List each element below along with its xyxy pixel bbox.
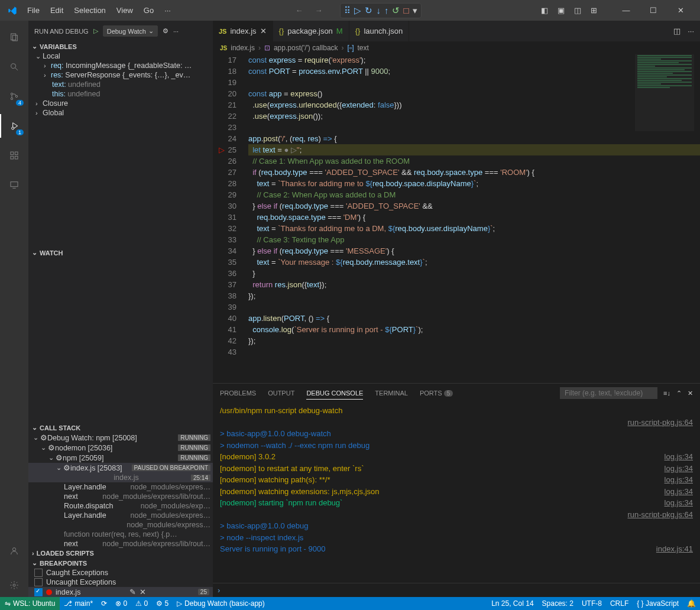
split-editor-icon[interactable]: ◫ <box>673 27 680 35</box>
step-over-icon[interactable]: ↻ <box>365 5 372 16</box>
stack-frame[interactable]: Layer.handlenode_modules/expres… <box>28 482 213 492</box>
var-text[interactable]: text: undefined <box>28 80 213 89</box>
status-errors[interactable]: ⊗ 0 <box>111 599 131 608</box>
stack-frame[interactable]: node_modules/express… <box>28 520 213 530</box>
status-eol[interactable]: CRLF <box>606 599 633 608</box>
menu-edit[interactable]: Edit <box>46 4 68 17</box>
panel-maximize-icon[interactable]: ⌃ <box>676 390 682 397</box>
drag-handle-icon[interactable]: ⠿ <box>344 5 351 16</box>
account-icon[interactable] <box>0 539 28 563</box>
debug-more-icon[interactable]: ▾ <box>413 5 417 16</box>
search-icon[interactable] <box>0 55 28 79</box>
status-sync[interactable]: ⟳ <box>97 599 111 608</box>
status-warnings[interactable]: ⚠ 0 <box>131 599 152 608</box>
section-watch[interactable]: ⌄WATCH <box>28 248 213 258</box>
console-filter-input[interactable] <box>560 387 657 399</box>
nav-forward-icon[interactable]: → <box>315 6 322 15</box>
bp-caught[interactable]: Caught Exceptions <box>28 568 213 577</box>
remove-icon[interactable]: ✕ <box>140 588 150 596</box>
panel-bottom-icon[interactable]: ▣ <box>558 6 565 15</box>
status-ports[interactable]: ⚙ 5 <box>152 599 173 608</box>
breadcrumb[interactable]: JS index.js › ⊡ app.post('/') callback ›… <box>213 41 700 54</box>
tab-package-json[interactable]: {} package.json M <box>273 21 349 41</box>
section-loaded[interactable]: ›LOADED SCRIPTS <box>28 549 213 558</box>
scope-local[interactable]: ⌄Local <box>28 51 213 61</box>
stack-frame[interactable]: index.js25:14 <box>28 473 213 482</box>
stack-frame[interactable]: ⌄ ⚙ nodemon [25036]RUNNING <box>28 443 213 453</box>
tab-launch-json[interactable]: {} launch.json <box>349 21 409 41</box>
menu-go[interactable]: Go <box>139 4 158 17</box>
minimap[interactable] <box>635 54 694 131</box>
stack-frame[interactable]: function router(req, res, next) {.p… <box>28 530 213 539</box>
close-window-button[interactable]: ✕ <box>667 0 694 21</box>
extensions-icon[interactable] <box>0 144 28 167</box>
explorer-icon[interactable] <box>0 25 28 49</box>
status-encoding[interactable]: UTF-8 <box>578 599 606 608</box>
settings-icon[interactable] <box>0 573 28 597</box>
panel-tab-output[interactable]: OUTPUT <box>268 387 294 399</box>
stack-frame[interactable]: ⌄ ⚙ npm [25059]RUNNING <box>28 453 213 463</box>
restart-icon[interactable]: ↺ <box>392 5 400 16</box>
run-debug-icon[interactable]: 1 <box>0 114 28 138</box>
panel-tab-problems[interactable]: PROBLEMS <box>220 387 256 399</box>
close-tab-icon[interactable]: ✕ <box>260 27 267 35</box>
console-settings-icon[interactable]: ≡↓ <box>663 390 670 397</box>
console-input[interactable]: › <box>213 583 700 597</box>
scm-badge: 4 <box>16 100 24 106</box>
section-variables[interactable]: ⌄VARIABLES <box>28 41 213 51</box>
nav-back-icon[interactable]: ← <box>295 6 303 15</box>
panel-close-icon[interactable]: ✕ <box>688 390 693 397</box>
menu-more[interactable]: ··· <box>160 4 176 17</box>
status-branch[interactable]: ⎇main* <box>60 599 97 608</box>
var-req[interactable]: ›req: IncomingMessage {_readableState: … <box>28 61 213 70</box>
menu-file[interactable]: File <box>22 4 44 17</box>
panel-right-icon[interactable]: ◫ <box>574 6 581 15</box>
scope-global[interactable]: ›Global <box>28 108 213 118</box>
stack-frame[interactable]: Route.dispatchnode_modules/exp… <box>28 501 213 511</box>
panel-tab-ports[interactable]: PORTS5 <box>420 387 453 399</box>
var-this[interactable]: this: undefined <box>28 89 213 99</box>
menu-view[interactable]: View <box>112 4 138 17</box>
more-icon[interactable]: ··· <box>173 28 179 35</box>
status-language[interactable]: { } JavaScript <box>633 599 683 608</box>
section-callstack[interactable]: ⌄CALL STACK <box>28 423 213 433</box>
editor-tabs: JS index.js ✕ {} package.json M {} launc… <box>213 21 700 41</box>
sidebar: RUN AND DEBUG ▷ Debug Watch⌄ ⚙ ··· ⌄VARI… <box>28 21 213 597</box>
panel-left-icon[interactable]: ◧ <box>541 6 548 15</box>
remote-explorer-icon[interactable] <box>0 173 28 197</box>
step-out-icon[interactable]: ↑ <box>384 5 389 16</box>
stack-frame[interactable]: ⌄ ⚙ index.js [25083]PAUSED ON BREAKPOINT <box>28 463 213 473</box>
scope-closure[interactable]: ›Closure <box>28 99 213 108</box>
editor-body[interactable]: 1718192021222324▷25262728293031323334353… <box>213 54 700 383</box>
continue-icon[interactable]: ▷ <box>354 5 361 16</box>
stop-icon[interactable]: □ <box>403 5 409 16</box>
bp-uncaught[interactable]: Uncaught Exceptions <box>28 577 213 587</box>
var-res[interactable]: ›res: ServerResponse {_events: {…}, _ev… <box>28 70 213 80</box>
debug-config-select[interactable]: Debug Watch⌄ <box>103 25 158 37</box>
tab-more-icon[interactable]: ··· <box>688 27 694 35</box>
stack-frame[interactable]: Layer.handlenode_modules/expres… <box>28 511 213 520</box>
minimize-button[interactable]: — <box>612 0 640 21</box>
status-debug-session[interactable]: ▷Debug Watch (basic-app) <box>173 599 269 608</box>
panel-tab-terminal[interactable]: TERMINAL <box>375 387 408 399</box>
status-cursor[interactable]: Ln 25, Col 14 <box>487 599 537 608</box>
maximize-button[interactable]: ☐ <box>640 0 667 21</box>
bp-file[interactable]: index.js ✎ ✕ 25 <box>28 587 213 597</box>
tab-index-js[interactable]: JS index.js ✕ <box>213 21 273 41</box>
step-into-icon[interactable]: ↓ <box>376 5 381 16</box>
status-spaces[interactable]: Spaces: 2 <box>538 599 578 608</box>
remote-indicator[interactable]: ⇋WSL: Ubuntu <box>0 597 60 610</box>
gear-icon[interactable]: ⚙ <box>163 27 168 35</box>
panel-tab-debug-console[interactable]: DEBUG CONSOLE <box>306 387 363 400</box>
edit-icon[interactable]: ✎ <box>129 588 140 596</box>
console-output[interactable]: /usr/bin/npm run-script debug-watch run-… <box>213 403 700 583</box>
menu-selection[interactable]: Selection <box>69 4 110 17</box>
status-bell-icon[interactable]: 🔔 <box>683 599 700 608</box>
section-breakpoints[interactable]: ⌄BREAKPOINTS <box>28 558 213 568</box>
stack-frame[interactable]: nextnode_modules/express/lib/rout… <box>28 539 213 549</box>
layout-icon[interactable]: ⊞ <box>591 6 597 15</box>
scm-icon[interactable]: 4 <box>0 85 28 108</box>
stack-frame[interactable]: ⌄ ⚙ Debug Watch: npm [25008]RUNNING <box>28 433 213 443</box>
start-debug-icon[interactable]: ▷ <box>93 27 98 35</box>
stack-frame[interactable]: nextnode_modules/express/lib/rout… <box>28 492 213 501</box>
